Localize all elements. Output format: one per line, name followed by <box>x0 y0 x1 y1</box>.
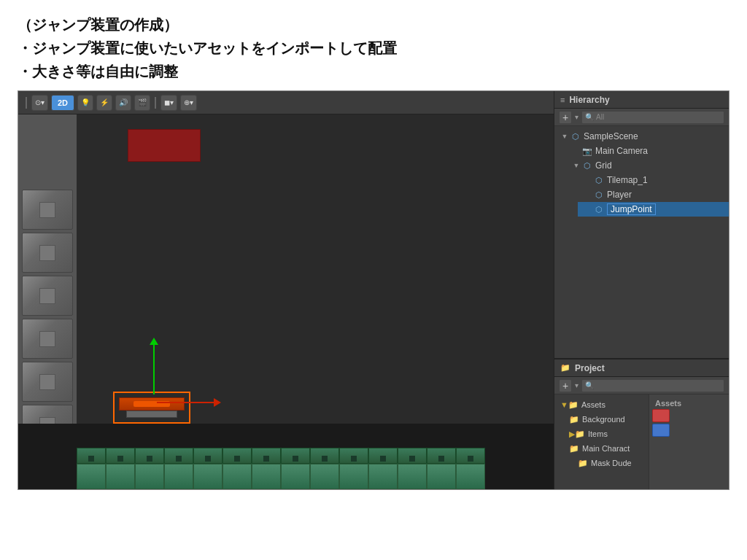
folder-icon: ▼📁 <box>560 400 578 410</box>
transform-arrow-up[interactable] <box>153 343 155 394</box>
toolbar-divider-2 <box>155 97 156 109</box>
render-button[interactable]: 🎬 <box>134 95 150 111</box>
project-item-background[interactable]: 📁 Background <box>554 412 649 427</box>
floor-tile <box>310 464 339 489</box>
wall-tile <box>22 276 73 316</box>
tree-item-jumppoint[interactable]: ⬡ JumpPoint <box>578 202 729 217</box>
floor-tile <box>106 464 135 489</box>
floor-tiles <box>18 424 554 489</box>
floor-tile-top <box>427 448 456 464</box>
tilemap-icon: ⬡ <box>594 175 604 185</box>
wall-tile <box>22 190 73 230</box>
hierarchy-search[interactable]: 🔍 All <box>581 111 724 124</box>
asset-icons-list <box>652 409 726 437</box>
project-menu-arrow: ▾ <box>575 381 578 389</box>
tree-label-samplescene: SampleScene <box>584 131 638 141</box>
top-platform <box>128 129 201 162</box>
gizmos-button[interactable]: ◼▾ <box>160 95 177 111</box>
game-scene <box>18 114 554 489</box>
transform-arrow-right[interactable] <box>157 402 215 403</box>
grid-icon: ⬡ <box>582 160 592 171</box>
maincharact-label: Main Charact <box>582 444 630 453</box>
asset-icon-2[interactable] <box>652 424 670 437</box>
light-button[interactable]: 💡 <box>77 95 93 111</box>
jump-platform-base <box>126 411 177 418</box>
camera-icon: 📷 <box>582 146 592 156</box>
hierarchy-title: Hierarchy <box>569 95 609 105</box>
folder-main-icon: 📁 <box>560 363 570 373</box>
project-header: 📁 Project <box>554 359 729 377</box>
floor-tile-top <box>106 448 135 464</box>
hierarchy-search-placeholder: All <box>596 113 604 121</box>
project-item-maincharact[interactable]: 📁 Main Charact <box>554 441 649 456</box>
toolbar-divider-1 <box>26 97 27 109</box>
floor-tile <box>164 464 193 489</box>
project-tree: ▼📁 Assets 📁 Background ▶📁 Items <box>554 394 649 489</box>
main-area: ⊙▾ 2D 💡 ⚡ 🔊 🎬 ◼▾ ⊕▾ <box>18 90 729 490</box>
text-line-3: ・大きさ等は自由に調整 <box>18 60 729 83</box>
floor-tile-top <box>222 448 252 464</box>
project-item-maskdude[interactable]: 📁 Mask Dude <box>554 456 649 470</box>
folder-icon: 📁 <box>569 444 579 454</box>
jumppoint-icon: ⬡ <box>594 204 604 214</box>
move-tool-button[interactable]: ⊙▾ <box>31 95 48 111</box>
tree-label-grid: Grid <box>595 160 612 171</box>
viewport-toolbar: ⊙▾ 2D 💡 ⚡ 🔊 🎬 ◼▾ ⊕▾ <box>18 91 554 114</box>
floor-tile-top <box>77 448 106 464</box>
floor-tile-top <box>135 448 164 464</box>
tree-arrow <box>572 147 581 155</box>
2d-button[interactable]: 2D <box>51 95 74 111</box>
floor-tile <box>77 464 106 489</box>
tree-item-maincamera[interactable]: 📷 Main Camera <box>566 144 729 158</box>
player-icon: ⬡ <box>594 190 604 200</box>
tree-item-tilemap[interactable]: ⬡ Tilemap_1 <box>578 173 729 187</box>
floor-tile-top <box>252 448 281 464</box>
game-viewport[interactable]: ⊙▾ 2D 💡 ⚡ 🔊 🎬 ◼▾ ⊕▾ <box>18 91 554 489</box>
jump-point-selection <box>113 392 190 424</box>
wall-tile <box>22 233 73 273</box>
floor-tile-top <box>310 448 339 464</box>
layers-button[interactable]: ⊕▾ <box>180 95 197 111</box>
project-item-items[interactable]: ▶📁 Items <box>554 427 649 441</box>
tree-arrow <box>584 190 592 199</box>
right-panel: ≡ Hierarchy + ▾ 🔍 All ▼ ⬡ <box>554 91 729 489</box>
floor-tile-top <box>164 448 193 464</box>
floor-tile <box>135 464 164 489</box>
maskdude-label: Mask Dude <box>591 459 632 467</box>
background-label: Background <box>582 415 625 424</box>
tree-item-samplescene[interactable]: ▼ ⬡ SampleScene <box>554 129 729 144</box>
items-label: Items <box>588 429 608 438</box>
audio-button[interactable]: 🔊 <box>115 95 131 111</box>
tree-label-jumppoint: JumpPoint <box>607 203 656 215</box>
tree-arrow <box>584 176 592 184</box>
floor-tile-top <box>456 448 485 464</box>
floor-tile-top <box>339 448 368 464</box>
tree-item-grid[interactable]: ▼ ⬡ Grid <box>566 158 729 173</box>
hierarchy-panel: ≡ Hierarchy + ▾ 🔍 All ▼ ⬡ <box>554 91 729 358</box>
project-item-assets[interactable]: ▼📁 Assets <box>554 397 649 412</box>
jump-point-object[interactable] <box>113 392 190 424</box>
project-add-button[interactable]: + <box>559 379 572 392</box>
jump-platform <box>119 397 185 411</box>
floor-tile <box>427 464 456 489</box>
hierarchy-icon: ≡ <box>560 96 565 104</box>
page-container: （ジャンプ装置の作成） ・ジャンプ装置に使いたいアセットをインポートして配置 ・… <box>0 0 747 560</box>
tree-label-player: Player <box>607 190 632 200</box>
tree-arrow: ▼ <box>560 132 569 141</box>
project-search[interactable]: 🔍 <box>581 379 724 392</box>
folder-icon: ▶📁 <box>569 429 585 439</box>
wall-tile <box>22 362 73 402</box>
tree-arrow: ▼ <box>572 161 581 170</box>
floor-tile-top <box>368 448 398 464</box>
assets-column-label: Assets <box>652 397 726 409</box>
project-assets: Assets <box>649 394 729 489</box>
floor-tile <box>222 464 252 489</box>
fx-button[interactable]: ⚡ <box>96 95 112 111</box>
floor-tile-row-top <box>18 448 554 464</box>
hierarchy-add-button[interactable]: + <box>559 111 572 124</box>
hierarchy-menu-arrow: ▾ <box>575 113 578 121</box>
floor-tile <box>398 464 427 489</box>
asset-icon-1[interactable] <box>652 409 670 422</box>
tree-item-player[interactable]: ⬡ Player <box>578 187 729 202</box>
project-toolbar: + ▾ 🔍 <box>554 377 729 394</box>
